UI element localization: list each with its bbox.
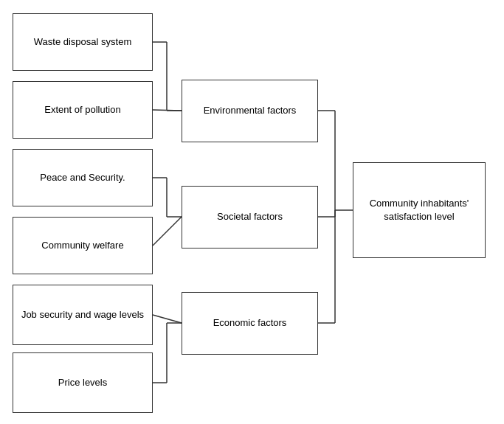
welfare-label: Community welfare [41, 239, 123, 252]
svg-line-8 [153, 315, 182, 323]
societal-box: Societal factors [182, 186, 318, 249]
welfare-box: Community welfare [13, 217, 153, 274]
job-label: Job security and wage levels [21, 308, 144, 322]
satisfaction-label: Community inhabitants' satisfaction leve… [361, 197, 477, 223]
environmental-label: Environmental factors [204, 104, 297, 117]
societal-label: Societal factors [217, 210, 283, 223]
svg-line-3 [153, 110, 182, 111]
peace-label: Peace and Security. [40, 171, 125, 184]
economic-box: Economic factors [182, 292, 318, 355]
diagram: Waste disposal system Extent of pollutio… [0, 0, 504, 424]
waste-label: Waste disposal system [34, 35, 131, 49]
environmental-box: Environmental factors [182, 80, 318, 142]
economic-label: Economic factors [213, 316, 287, 330]
waste-box: Waste disposal system [13, 13, 153, 71]
peace-box: Peace and Security. [13, 149, 153, 206]
job-box: Job security and wage levels [13, 285, 153, 345]
satisfaction-box: Community inhabitants' satisfaction leve… [353, 162, 486, 258]
pollution-box: Extent of pollution [13, 81, 153, 139]
pollution-label: Extent of pollution [44, 103, 120, 117]
svg-line-7 [153, 217, 182, 246]
price-box: Price levels [13, 352, 153, 413]
price-label: Price levels [58, 376, 107, 389]
